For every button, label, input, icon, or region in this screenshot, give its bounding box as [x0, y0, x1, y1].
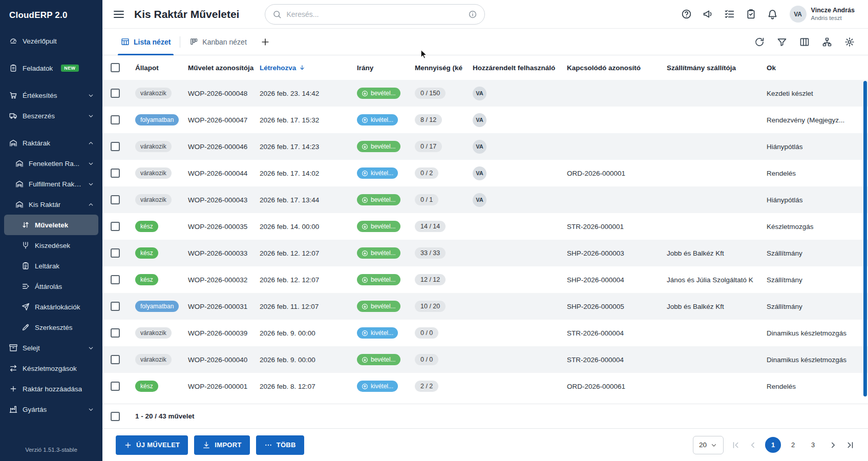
table-row[interactable]: várakozikWOP-2026-0000482026 feb. 23. 14…	[102, 80, 868, 107]
table-row[interactable]: várakozikWOP-2026-0000392026 feb. 9. 00:…	[102, 320, 868, 346]
row-checkbox[interactable]	[111, 382, 120, 391]
sidebar-item-feneketlen-ra[interactable]: Feneketlen Ra...	[4, 153, 98, 174]
sidebar-item-keszletmozgasok[interactable]: Készletmozgások	[4, 358, 98, 379]
sidebar-item-selejt[interactable]: Selejt	[4, 338, 98, 358]
arrow-down-circle-icon	[362, 250, 368, 257]
sidebar-item-gyartas[interactable]: Gyártás	[4, 399, 98, 420]
search-box[interactable]	[265, 4, 485, 25]
direction-pill: kivétel...	[357, 381, 398, 392]
column-header-letrehozva[interactable]: Létrehozva	[260, 64, 357, 72]
columns-icon[interactable]	[799, 37, 810, 47]
sidebar-item-raktarak[interactable]: Raktárak	[4, 133, 98, 153]
manufacturing-icon	[9, 405, 17, 413]
row-checkbox[interactable]	[111, 355, 120, 364]
first-page-button[interactable]	[731, 441, 740, 450]
row-checkbox[interactable]	[111, 169, 120, 178]
task-list-icon[interactable]	[724, 9, 735, 19]
vertical-scrollbar[interactable]	[863, 81, 867, 396]
cell-status: várakozik	[135, 194, 188, 205]
page-size-select[interactable]: 20	[693, 436, 724, 454]
column-header-hozzarendelt-felhasznalo[interactable]: Hozzárendelt felhasználó	[473, 64, 567, 72]
row-checkbox[interactable]	[111, 142, 120, 151]
cell-created: 2026 feb. 17. 14:02	[260, 170, 357, 177]
sidebar-item-beszerzes[interactable]: Beszerzés	[4, 106, 98, 126]
search-input[interactable]	[286, 10, 463, 18]
app-root: CloudERP 2.0 VezérlőpultFeladatokNEWÉrté…	[0, 0, 868, 461]
sidebar-item-kis-raktar[interactable]: Kis Raktár	[4, 194, 98, 215]
column-header-ok[interactable]: Ok	[767, 64, 868, 72]
cell-created: 2026 feb. 14. 00:00	[260, 223, 357, 230]
import-button[interactable]: IMPORT	[194, 435, 249, 455]
warehouse-icon	[15, 200, 24, 208]
search-info-icon[interactable]	[468, 10, 477, 19]
group-icon[interactable]	[822, 37, 832, 47]
previous-page-button[interactable]	[748, 441, 757, 450]
table-row[interactable]: készWOP-2026-0000322026 feb. 12. 12:07be…	[102, 266, 868, 293]
tab-kanban-view[interactable]: Kanban nézet	[184, 29, 251, 55]
row-checkbox[interactable]	[111, 302, 120, 311]
footer-checkbox[interactable]	[111, 412, 120, 421]
plus-icon	[9, 385, 17, 393]
column-header-szallitmany-szallitoja[interactable]: Szállítmány szállítója	[667, 64, 767, 72]
page-button-3[interactable]: 3	[805, 437, 821, 453]
sidebar-item-szerkesztes[interactable]: Szerkesztés	[4, 317, 98, 338]
column-header-mennyiseg-ke[interactable]: Mennyiség (ké	[415, 64, 473, 72]
cell-quantity: 33 / 33	[415, 247, 473, 259]
column-header-irany[interactable]: Irány	[357, 64, 415, 72]
page-button-1[interactable]: 1	[765, 437, 781, 453]
sidebar-item-feladatok[interactable]: FeladatokNEW	[4, 58, 98, 78]
sidebar-item-kiszedesek[interactable]: Kiszedések	[4, 235, 98, 256]
announcement-icon[interactable]	[703, 9, 713, 19]
column-header-muvelet-azonositoja[interactable]: Művelet azonosítója	[188, 64, 260, 72]
more-button[interactable]: TÖBB	[256, 435, 304, 455]
sidebar-item-muveletek[interactable]: Műveletek	[4, 215, 98, 235]
cell-reason: Hiánypótlás	[767, 143, 868, 151]
sidebar-item-ertekesites[interactable]: Értékesítés	[4, 85, 98, 106]
row-checkbox[interactable]	[111, 115, 120, 124]
clipboard-icon[interactable]	[746, 9, 756, 19]
direction-pill: bevétel...	[357, 301, 400, 312]
column-header-kapcsolodo-azonosito[interactable]: Kapcsolódó azonosító	[567, 64, 667, 72]
cell-status: várakozik	[135, 327, 188, 339]
table-row[interactable]: várakozikWOP-2026-0000402026 feb. 9. 00:…	[102, 346, 868, 373]
add-view-button[interactable]	[260, 37, 270, 47]
filter-icon[interactable]	[777, 37, 787, 47]
column-header-allapot[interactable]: Állapot	[135, 64, 188, 72]
table-row[interactable]: készWOP-2026-0000332026 feb. 12. 12:07be…	[102, 240, 868, 266]
sidebar-item-label: Vezérlőpult	[23, 37, 57, 45]
table-row[interactable]: várakozikWOP-2026-0000462026 feb. 17. 14…	[102, 133, 868, 160]
select-all-checkbox[interactable]	[111, 63, 120, 72]
refresh-icon[interactable]	[754, 37, 765, 47]
table-row[interactable]: folyamatbanWOP-2026-0000312026 feb. 11. …	[102, 293, 868, 320]
user-menu[interactable]: VA Vincze András Andris teszt	[790, 6, 855, 23]
table-row[interactable]: készWOP-2026-0000012026 feb. 8. 12:07kiv…	[102, 373, 868, 400]
quantity-pill: 12 / 12	[415, 274, 446, 285]
notifications-bell-icon[interactable]	[767, 9, 778, 19]
new-operation-button[interactable]: ÚJ MŰVELET	[116, 435, 188, 455]
settings-gear-icon[interactable]	[844, 37, 855, 47]
table-row[interactable]: várakozikWOP-2026-0000442026 feb. 17. 14…	[102, 160, 868, 186]
last-page-button[interactable]	[845, 441, 855, 450]
arrow-up-circle-icon	[362, 330, 368, 337]
row-checkbox[interactable]	[111, 89, 120, 98]
sidebar-item-raktarlokaciok[interactable]: Raktárlokációk	[4, 297, 98, 317]
next-page-button[interactable]	[829, 441, 838, 450]
row-checkbox[interactable]	[111, 248, 120, 258]
row-checkbox[interactable]	[111, 275, 120, 284]
menu-icon[interactable]	[113, 8, 125, 20]
row-checkbox[interactable]	[111, 328, 120, 338]
row-checkbox[interactable]	[111, 195, 120, 204]
sidebar-item-leltarak[interactable]: Leltárak	[4, 256, 98, 276]
cell-carrier: János és Júlia Szolgáltató K	[667, 276, 767, 284]
sidebar-item-attarolas[interactable]: Áttárolás	[4, 276, 98, 297]
sidebar-item-raktar-hozzaadasa[interactable]: Raktár hozzáadása	[4, 379, 98, 399]
table-row[interactable]: folyamatbanWOP-2026-0000472026 feb. 17. …	[102, 107, 868, 133]
sidebar-item-fulfillment-raktar[interactable]: Fulfillment Raktár	[4, 174, 98, 194]
row-checkbox[interactable]	[111, 222, 120, 231]
table-row[interactable]: készWOP-2026-0000352026 feb. 14. 00:00be…	[102, 213, 868, 240]
page-button-2[interactable]: 2	[785, 437, 801, 453]
table-row[interactable]: várakozikWOP-2026-0000432026 feb. 17. 13…	[102, 186, 868, 213]
sidebar-item-vezerlopult[interactable]: Vezérlőpult	[4, 31, 98, 51]
help-icon[interactable]	[681, 9, 692, 19]
tab-list-view[interactable]: Lista nézet	[116, 29, 176, 55]
